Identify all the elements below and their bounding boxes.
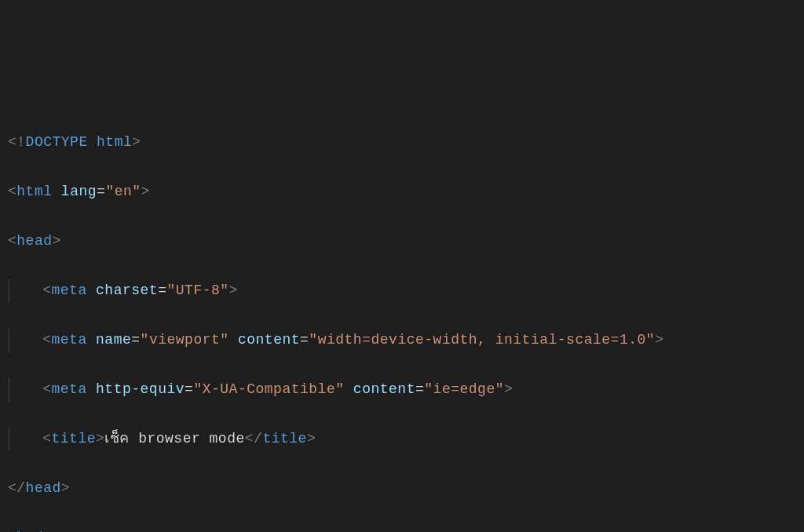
- code-line: </head>: [8, 476, 796, 501]
- code-line: <meta name="viewport" content="width=dev…: [8, 328, 796, 353]
- code-line: <meta http-equiv="X-UA-Compatible" conte…: [8, 377, 796, 403]
- code-line: <body>: [8, 526, 796, 533]
- code-line: <meta charset="UTF-8">: [8, 279, 796, 304]
- code-line: <html lang="en">: [8, 180, 796, 205]
- code-line: <!DOCTYPE html>: [8, 130, 796, 155]
- code-editor[interactable]: <!DOCTYPE html> <html lang="en"> <head> …: [8, 105, 796, 532]
- code-line: <head>: [8, 229, 796, 254]
- code-line: <title>เช็ค browser mode</title>: [8, 427, 796, 452]
